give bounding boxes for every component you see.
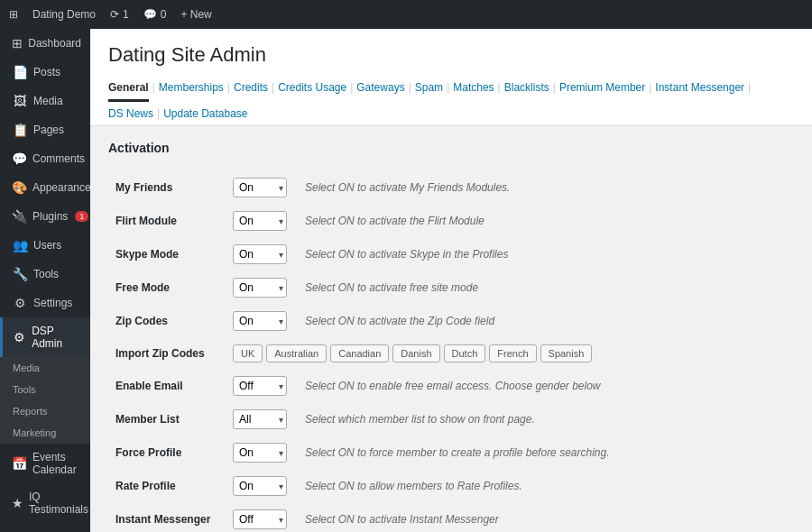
wp-logo[interactable]: ⊞	[9, 8, 18, 21]
sidebar-sub-label: Media	[13, 362, 40, 373]
setting-label: Instant Messenger	[108, 503, 226, 533]
setting-label: Skype Mode	[108, 238, 226, 271]
comments-count: 0	[161, 8, 167, 21]
sidebar-item-posts[interactable]: 📄 Posts	[0, 58, 90, 87]
setting-description: Select ON to activate the Flirt Module	[298, 205, 794, 238]
sidebar-item-wordfence[interactable]: 🛡 Wordfence	[0, 523, 90, 532]
setting-label: Member List	[108, 403, 226, 436]
sidebar-sub-label: Marketing	[13, 427, 56, 438]
sidebar-item-tools-sub[interactable]: Tools	[0, 379, 90, 400]
setting-control[interactable]: UKAustralianCanadianDanishDutchFrenchSpa…	[226, 338, 794, 370]
setting-control[interactable]: OnOff▾	[226, 470, 298, 503]
nav-tab-gateways[interactable]: Gateways	[356, 76, 404, 102]
nav-tab-spam[interactable]: Spam	[415, 76, 443, 102]
select-wrap: OnOff▾	[233, 311, 287, 331]
setting-select-member-list[interactable]: AllMaleFemale	[233, 409, 287, 429]
setting-select-instant-messenger[interactable]: OnOff	[233, 509, 287, 529]
sidebar-item-appearance[interactable]: 🎨 Appearance	[0, 173, 90, 202]
dashboard-icon: ⊞	[12, 36, 23, 50]
updates-bar[interactable]: ⟳ 1	[110, 8, 129, 21]
nav-tab-credits-usage[interactable]: Credits Usage	[278, 76, 346, 102]
zip-button-french[interactable]: French	[489, 344, 536, 362]
setting-description: Select ON to enable free email access. C…	[298, 370, 794, 403]
sidebar-item-users[interactable]: 👥 Users	[0, 231, 90, 260]
table-row: My FriendsOnOff▾Select ON to activate My…	[108, 171, 794, 205]
setting-select-rate-profile[interactable]: OnOff	[233, 476, 287, 496]
zip-button-spanish[interactable]: Spanish	[540, 344, 593, 362]
setting-select-my-friends[interactable]: OnOff	[233, 178, 287, 197]
nav-separator: |	[153, 102, 163, 125]
comments-icon: 💬	[143, 8, 157, 21]
nav-tab-credits[interactable]: Credits	[234, 76, 268, 102]
setting-control[interactable]: OnOff▾	[226, 171, 298, 205]
sidebar-item-comments[interactable]: 💬 Comments	[0, 144, 90, 173]
setting-select-enable-email[interactable]: OnOff	[233, 376, 287, 396]
table-row: Force ProfileOnOff▾Select ON to force me…	[108, 436, 794, 470]
nav-separator: |	[346, 76, 356, 102]
setting-select-free-mode[interactable]: OnOff	[233, 278, 287, 298]
sidebar-item-dashboard[interactable]: ⊞ Dashboard	[0, 29, 90, 58]
new-item-bar[interactable]: + New	[180, 8, 211, 21]
sidebar-sub-label: Reports	[13, 406, 48, 417]
sidebar-item-reports[interactable]: Reports	[0, 400, 90, 422]
table-row: Import Zip CodesUKAustralianCanadianDani…	[108, 338, 794, 370]
setting-description: Select which member list to show on fron…	[298, 403, 794, 436]
nav-tab-premium-member[interactable]: Premium Member	[559, 76, 645, 102]
setting-control[interactable]: OnOff▾	[226, 271, 298, 305]
nav-tab-general[interactable]: General	[108, 76, 149, 102]
comments-bar[interactable]: 💬 0	[143, 8, 167, 21]
sidebar-item-tools[interactable]: 🔧 Tools	[0, 260, 90, 289]
new-label: + New	[180, 8, 211, 21]
setting-control[interactable]: OnOff▾	[226, 305, 298, 338]
setting-label: Enable Email	[108, 370, 226, 403]
zip-button-australian[interactable]: Australian	[266, 344, 327, 362]
site-name-label: Dating Demo	[32, 8, 96, 21]
sidebar-item-marketing[interactable]: Marketing	[0, 422, 90, 444]
zip-button-dutch[interactable]: Dutch	[444, 344, 486, 362]
testimonials-icon: ★	[12, 496, 23, 510]
setting-description: Select ON to allow members to Rate Profi…	[298, 470, 794, 503]
select-wrap: OnOff▾	[233, 178, 287, 197]
select-wrap: AllMaleFemale▾	[233, 409, 287, 429]
nav-tab-memberships[interactable]: Memberships	[159, 76, 224, 102]
sidebar-item-label: Appearance	[32, 181, 90, 194]
page-title: Dating Site Admin	[108, 43, 794, 67]
appearance-icon: 🎨	[12, 180, 27, 195]
sidebar-item-plugins[interactable]: 🔌 Plugins 1	[0, 202, 90, 231]
content-area: Dating Site Admin General | Memberships …	[90, 29, 812, 532]
setting-select-flirt-module[interactable]: OnOff	[233, 211, 287, 231]
nav-tab-matches[interactable]: Matches	[453, 76, 494, 102]
sidebar-item-events-calendar[interactable]: 📅 Events Calendar	[0, 444, 90, 483]
setting-select-force-profile[interactable]: OnOff	[233, 443, 287, 463]
setting-label: My Friends	[108, 171, 226, 205]
setting-control[interactable]: OnOff▾	[226, 370, 298, 403]
setting-control[interactable]: OnOff▾	[226, 205, 298, 238]
page-header: Dating Site Admin General | Memberships …	[90, 29, 812, 126]
nav-tab-instant-messenger[interactable]: Instant Messenger	[655, 76, 744, 102]
setting-select-zip-codes[interactable]: OnOff	[233, 311, 287, 331]
setting-control[interactable]: OnOff▾	[226, 436, 298, 470]
setting-label: Rate Profile	[108, 470, 226, 503]
setting-select-skype-mode[interactable]: OnOff	[233, 244, 287, 264]
nav-separator: |	[744, 76, 754, 102]
sidebar-item-media-sub[interactable]: Media	[0, 357, 90, 379]
sidebar-item-pages[interactable]: 📋 Pages	[0, 115, 90, 144]
media-icon: 🖼	[12, 94, 28, 108]
setting-label: Free Mode	[108, 271, 226, 305]
sidebar-item-media[interactable]: 🖼 Media	[0, 87, 90, 115]
zip-button-danish[interactable]: Danish	[392, 344, 439, 362]
zip-button-uk[interactable]: UK	[233, 344, 263, 362]
nav-tab-update-database[interactable]: Update Database	[163, 102, 247, 125]
sidebar-item-label: Media	[33, 95, 63, 107]
sidebar-item-dsp-admin[interactable]: ⚙ DSP Admin	[0, 317, 90, 357]
sidebar-item-iq-testimonials[interactable]: ★ IQ Testimonials	[0, 483, 90, 523]
nav-tab-blacklists[interactable]: Blacklists	[504, 76, 549, 102]
sidebar-item-settings[interactable]: ⚙ Settings	[0, 289, 90, 317]
setting-control[interactable]: OnOff▾	[226, 503, 298, 533]
setting-control[interactable]: AllMaleFemale▾	[226, 403, 298, 436]
nav-tab-ds-news[interactable]: DS News	[108, 102, 153, 125]
zip-button-canadian[interactable]: Canadian	[330, 344, 389, 362]
table-row: Skype ModeOnOff▾Select ON to activate Sk…	[108, 238, 794, 271]
site-name-bar[interactable]: Dating Demo	[32, 8, 96, 21]
setting-control[interactable]: OnOff▾	[226, 238, 298, 271]
